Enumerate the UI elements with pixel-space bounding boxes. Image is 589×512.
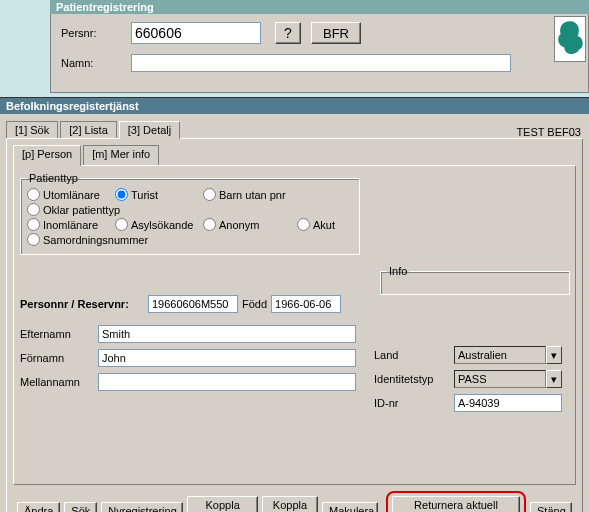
personnr-value bbox=[148, 295, 238, 313]
radio-turist[interactable]: Turist bbox=[115, 188, 195, 201]
env-label: TEST BEF03 bbox=[516, 126, 583, 138]
fornamn-label: Förnamn bbox=[20, 352, 98, 364]
identitetstyp-value bbox=[454, 370, 546, 388]
chevron-down-icon[interactable]: ▾ bbox=[546, 346, 562, 364]
chevron-down-icon[interactable]: ▾ bbox=[546, 370, 562, 388]
koppla-rnr-button[interactable]: Koppla rnr/pnr bbox=[187, 496, 258, 512]
idnr-value bbox=[454, 394, 562, 412]
andra-button[interactable]: Ändra bbox=[17, 502, 60, 512]
radio-anonym[interactable]: Anonym bbox=[203, 218, 289, 231]
radio-oklar-patienttyp[interactable]: Oklar patienttyp bbox=[27, 203, 120, 216]
idnr-label: ID-nr bbox=[374, 397, 454, 409]
land-combo[interactable]: ▾ bbox=[454, 346, 562, 364]
subtab-person[interactable]: [p] Person bbox=[13, 145, 81, 166]
info-group: Info bbox=[380, 265, 570, 295]
fodd-label: Född bbox=[242, 298, 267, 310]
tab-lista[interactable]: [2] Lista bbox=[60, 121, 117, 138]
befolkning-title: Befolkningsregistertjänst bbox=[0, 97, 589, 114]
identitetstyp-label: Identitetstyp bbox=[374, 373, 454, 385]
makulera-button[interactable]: Makulera bbox=[322, 502, 378, 512]
namn-input[interactable] bbox=[131, 54, 511, 72]
returnera-button[interactable]: Returnera aktuell person bbox=[392, 496, 520, 512]
radio-barn-utan-pnr[interactable]: Barn utan pnr bbox=[203, 188, 289, 201]
fodd-value bbox=[271, 295, 341, 313]
subtab-merinfo[interactable]: [m] Mer info bbox=[83, 145, 159, 165]
nyregistrering-button[interactable]: Nyregistrering bbox=[101, 502, 183, 512]
patienttyp-group: Patienttyp Utomlänare Turist Barn utan p… bbox=[20, 172, 360, 255]
help-button[interactable]: ? bbox=[275, 22, 301, 44]
radio-asylsokande[interactable]: Asylsökande bbox=[115, 218, 195, 231]
efternamn-input[interactable] bbox=[98, 325, 356, 343]
land-label: Land bbox=[374, 349, 454, 361]
info-legend: Info bbox=[387, 265, 409, 277]
tab-detalj[interactable]: [3] Detalj bbox=[119, 121, 180, 139]
returnera-highlight: Returnera aktuell person bbox=[386, 491, 526, 512]
mellannamn-input[interactable] bbox=[98, 373, 356, 391]
sok-button[interactable]: Sök bbox=[64, 502, 97, 512]
land-value bbox=[454, 346, 546, 364]
namn-label: Namn: bbox=[61, 57, 131, 69]
radio-inomlanare[interactable]: Inomlänare bbox=[27, 218, 107, 231]
bfr-button[interactable]: BFR bbox=[311, 22, 361, 44]
radio-utomlanare[interactable]: Utomlänare bbox=[27, 188, 107, 201]
personnr-label: Personnr / Reservnr: bbox=[20, 298, 148, 310]
tab-sok[interactable]: [1] Sök bbox=[6, 121, 58, 138]
patientregistrering-title: Patientregistrering bbox=[50, 0, 589, 14]
radio-akut[interactable]: Akut bbox=[297, 218, 335, 231]
stang-button[interactable]: Stäng bbox=[530, 502, 572, 512]
fornamn-input[interactable] bbox=[98, 349, 356, 367]
identitetstyp-combo[interactable]: ▾ bbox=[454, 370, 562, 388]
efternamn-label: Efternamn bbox=[20, 328, 98, 340]
persnr-input[interactable] bbox=[131, 22, 261, 44]
radio-samordningsnummer[interactable]: Samordningsnummer bbox=[27, 233, 148, 246]
persnr-label: Persnr: bbox=[61, 27, 131, 39]
patienttyp-legend: Patienttyp bbox=[27, 172, 80, 184]
app-logo-icon bbox=[554, 16, 586, 62]
mellannamn-label: Mellannamn bbox=[20, 376, 98, 388]
koppla-isar-button[interactable]: Koppla isär bbox=[262, 496, 318, 512]
